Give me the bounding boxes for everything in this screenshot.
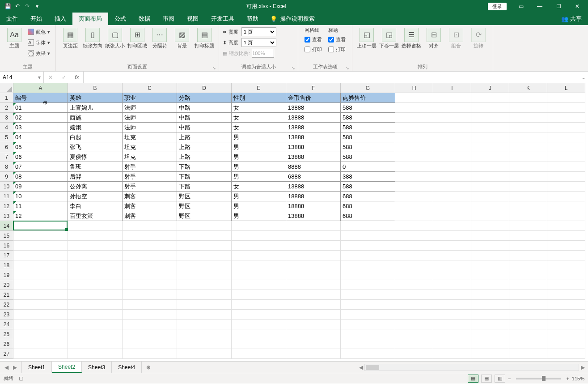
cell[interactable]: 588 [341,152,395,162]
group-button[interactable]: ⊡组合 [445,27,467,50]
gridlines-view-checkbox[interactable]: 查看 [305,34,322,44]
cell[interactable]: 中路 [177,123,232,132]
cell[interactable] [177,280,232,290]
cell[interactable] [471,211,509,221]
cell[interactable]: 13888 [286,142,341,152]
cell[interactable]: 鲁班 [68,162,123,172]
cell[interactable] [547,113,585,123]
cell[interactable] [341,241,395,251]
cell[interactable] [123,270,177,280]
column-header[interactable]: F [286,83,341,93]
cell[interactable]: 中路 [177,113,232,123]
cell[interactable]: 职业 [123,93,177,103]
cell[interactable] [232,349,286,359]
row-header[interactable]: 24 [0,320,13,329]
sheet-tab[interactable]: Sheet1 [22,362,52,373]
cell[interactable]: 女 [232,123,286,132]
cell[interactable] [177,320,232,329]
cell[interactable] [547,300,585,310]
size-button[interactable]: ▢纸张大小 [104,27,126,50]
cell[interactable] [471,349,509,359]
cell[interactable] [232,290,286,300]
row-header[interactable]: 3 [0,113,13,123]
cell[interactable] [395,103,433,113]
cell[interactable] [177,221,232,231]
cell[interactable] [286,329,341,339]
menu-tab-4[interactable]: 公式 [108,13,132,25]
cell[interactable] [177,339,232,349]
row-header[interactable]: 26 [0,339,13,349]
menu-tab-0[interactable]: 文件 [0,13,24,25]
menu-tab-1[interactable]: 开始 [24,13,48,25]
menu-tab-9[interactable]: 帮助 [241,13,265,25]
cell[interactable] [13,260,68,270]
row-header[interactable]: 23 [0,310,13,320]
row-header[interactable]: 9 [0,172,13,182]
cell[interactable] [232,339,286,349]
column-header[interactable]: H [395,83,433,93]
cell[interactable]: 编号 [13,93,68,103]
cell[interactable] [509,162,547,172]
menu-tab-5[interactable]: 数据 [132,13,157,25]
dialog-launcher-icon[interactable]: ↘ [346,66,349,70]
headings-view-checkbox[interactable]: 查看 [328,34,346,44]
tab-prev-icon[interactable]: ◀ [4,364,8,371]
menu-tab-8[interactable]: 开发工具 [205,13,241,25]
cell[interactable] [13,231,68,241]
cell[interactable]: 0 [341,162,395,172]
cell[interactable] [433,310,471,320]
cell[interactable]: 13888 [286,132,341,142]
cell[interactable]: 18888 [286,201,341,211]
cell[interactable] [471,260,509,270]
cell[interactable] [177,241,232,251]
cell[interactable]: 后羿 [68,172,123,182]
cell[interactable] [395,320,433,329]
cell[interactable] [471,142,509,152]
cell[interactable]: 男 [232,192,286,201]
cell[interactable] [68,251,123,260]
cell[interactable] [286,320,341,329]
cell[interactable] [341,329,395,339]
cell[interactable] [547,172,585,182]
column-header[interactable]: A [13,83,68,93]
cell[interactable] [433,93,471,103]
menu-tab-7[interactable]: 视图 [181,13,205,25]
cell[interactable] [68,221,123,231]
cell[interactable] [68,270,123,280]
cell[interactable] [509,349,547,359]
row-header[interactable]: 12 [0,201,13,211]
cell[interactable] [341,270,395,280]
row-header[interactable]: 11 [0,192,13,201]
cell[interactable]: 孙悟空 [68,192,123,201]
cell[interactable] [433,211,471,221]
normal-view-button[interactable]: ▦ [468,375,478,383]
menu-tab-2[interactable]: 插入 [48,13,72,25]
cell[interactable]: 588 [341,113,395,123]
column-header[interactable]: K [509,83,547,93]
row-header[interactable]: 22 [0,300,13,310]
orientation-button[interactable]: ▯纸张方向 [82,27,103,50]
zoom-in-button[interactable]: + [566,376,569,381]
cell[interactable] [123,310,177,320]
cell[interactable] [433,320,471,329]
cell[interactable] [123,329,177,339]
cell[interactable] [286,241,341,251]
cell[interactable] [232,260,286,270]
cell[interactable] [547,270,585,280]
cell[interactable] [433,192,471,201]
cell[interactable] [232,241,286,251]
page-layout-view-button[interactable]: ▤ [481,375,492,383]
cell[interactable] [433,142,471,152]
print-titles-button[interactable]: ▤打印标题 [194,27,215,50]
cell[interactable]: 坦克 [123,152,177,162]
cell[interactable]: 法师 [123,113,177,123]
select-all-button[interactable] [0,83,13,93]
rotate-button[interactable]: ⟳旋转 [468,27,489,50]
cell[interactable] [395,123,433,132]
cell[interactable]: 下路 [177,182,232,192]
name-box[interactable]: A14▾ [0,72,44,83]
cell[interactable] [286,339,341,349]
cell[interactable]: 02 [13,113,68,123]
row-header[interactable]: 21 [0,290,13,300]
cell[interactable] [509,260,547,270]
